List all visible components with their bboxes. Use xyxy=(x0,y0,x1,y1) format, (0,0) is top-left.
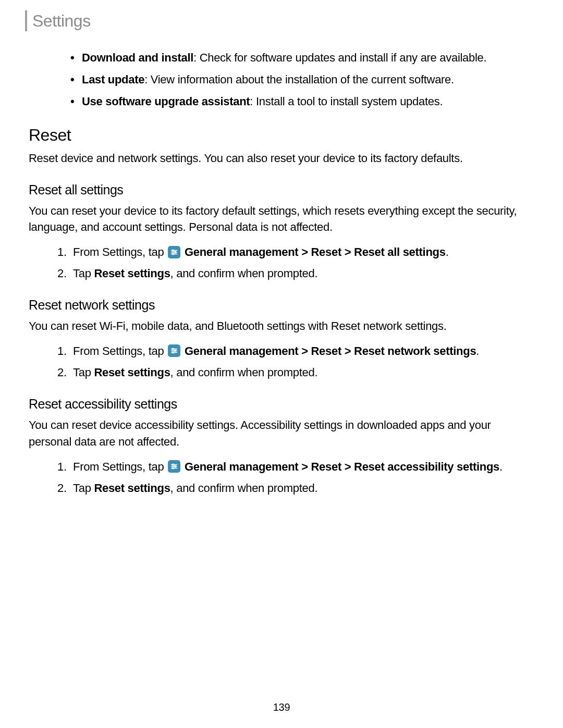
step-text-suffix: . xyxy=(446,245,449,258)
bullet-download-install: Download and install: Check for software… xyxy=(70,50,534,66)
step-1: 1. From Settings, tap General management… xyxy=(57,243,534,261)
step-text-bold: Reset settings xyxy=(94,482,170,495)
header-title: Settings xyxy=(32,11,91,31)
general-management-icon xyxy=(168,246,180,258)
reset-network-steps: 1. From Settings, tap General management… xyxy=(57,342,534,381)
software-update-bullets: Download and install: Check for software… xyxy=(70,50,534,110)
reset-all-description: You can reset your device to its factory… xyxy=(29,203,534,236)
step-number: 2. xyxy=(57,364,67,381)
bullet-text: : Check for software updates and install… xyxy=(193,51,486,64)
svg-point-11 xyxy=(173,352,174,353)
svg-point-4 xyxy=(175,251,176,253)
step-1: 1. From Settings, tap General management… xyxy=(57,458,534,475)
step-text-prefix: Tap xyxy=(73,267,94,280)
svg-point-10 xyxy=(175,350,176,352)
step-text-bold: Reset settings xyxy=(94,267,170,280)
bullet-label: Use software upgrade assistant xyxy=(82,95,250,108)
step-text-bold: General management > Reset > Reset netwo… xyxy=(185,344,476,357)
step-number: 2. xyxy=(57,265,67,282)
heading-reset-all: Reset all settings xyxy=(29,182,534,198)
step-text-prefix: Tap xyxy=(73,482,94,495)
step-number: 1. xyxy=(57,342,67,360)
bullet-text: : Install a tool to install system updat… xyxy=(250,95,443,108)
step-text-bold: General management > Reset > Reset acces… xyxy=(185,460,499,473)
step-2: 2. Tap Reset settings, and confirm when … xyxy=(57,265,534,282)
step-text-suffix: , and confirm when prompted. xyxy=(170,267,318,280)
step-2: 2. Tap Reset settings, and confirm when … xyxy=(57,364,534,381)
general-management-icon xyxy=(168,460,180,473)
bullet-label: Download and install xyxy=(82,51,193,64)
step-text-suffix: . xyxy=(499,460,503,473)
svg-point-9 xyxy=(173,349,174,350)
step-text-bold: General management > Reset > Reset all s… xyxy=(185,245,446,258)
svg-point-16 xyxy=(175,466,176,467)
reset-all-steps: 1. From Settings, tap General management… xyxy=(57,243,534,282)
step-text-prefix: Tap xyxy=(73,366,94,379)
bullet-last-update: Last update: View information about the … xyxy=(70,71,534,88)
heading-reset-accessibility: Reset accessibility settings xyxy=(29,397,534,412)
bullet-upgrade-assistant: Use software upgrade assistant: Install … xyxy=(70,93,534,110)
step-number: 2. xyxy=(57,479,67,497)
bullet-label: Last update xyxy=(82,73,144,86)
step-text-bold: Reset settings xyxy=(94,366,170,379)
step-text-suffix: . xyxy=(476,344,479,357)
svg-point-17 xyxy=(173,467,174,469)
general-management-icon xyxy=(168,344,180,357)
bullet-text: : View information about the installatio… xyxy=(144,73,454,86)
step-number: 1. xyxy=(57,243,67,261)
step-2: 2. Tap Reset settings, and confirm when … xyxy=(57,479,534,497)
reset-accessibility-description: You can reset device accessibility setti… xyxy=(29,417,534,450)
svg-point-3 xyxy=(173,250,174,251)
svg-point-15 xyxy=(173,464,174,466)
step-number: 1. xyxy=(57,458,67,475)
reset-network-description: You can reset Wi-Fi, mobile data, and Bl… xyxy=(29,318,534,335)
step-text-prefix: From Settings, tap xyxy=(73,344,167,357)
step-text-suffix: , and confirm when prompted. xyxy=(170,482,318,495)
reset-accessibility-steps: 1. From Settings, tap General management… xyxy=(57,458,534,497)
heading-reset-network: Reset network settings xyxy=(29,298,534,313)
step-1: 1. From Settings, tap General management… xyxy=(57,342,534,360)
step-text-prefix: From Settings, tap xyxy=(73,245,167,258)
svg-point-5 xyxy=(173,253,174,255)
reset-description: Reset device and network settings. You c… xyxy=(29,150,534,167)
step-text-suffix: , and confirm when prompted. xyxy=(170,366,318,379)
heading-reset: Reset xyxy=(29,126,534,145)
header-accent-bar xyxy=(25,10,27,31)
step-text-prefix: From Settings, tap xyxy=(73,460,167,473)
page-header: Settings xyxy=(25,10,91,31)
page-number: 139 xyxy=(0,701,563,713)
content-area: Download and install: Check for software… xyxy=(29,50,534,501)
